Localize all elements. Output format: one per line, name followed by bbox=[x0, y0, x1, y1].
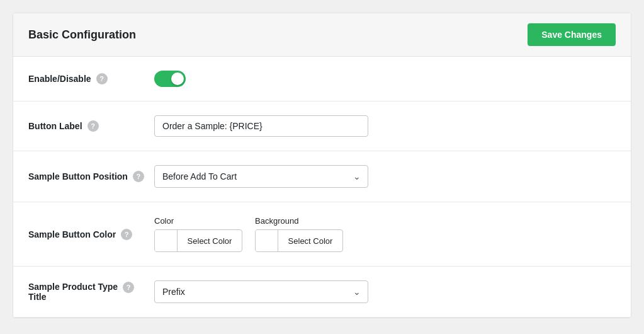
background-swatch bbox=[256, 230, 278, 251]
toggle-slider bbox=[154, 71, 186, 87]
enable-disable-label: Enable/Disable ? bbox=[28, 73, 154, 84]
settings-card: Basic Configuration Save Changes Enable/… bbox=[13, 13, 631, 318]
sample-product-type-title-label: Sample Product Type Title ? bbox=[28, 282, 154, 302]
color-group: Color Select Color Background Select Col… bbox=[154, 216, 343, 252]
sample-product-type-select-wrapper: Prefix Suffix ⌄ bbox=[154, 280, 368, 303]
sample-button-color-label: Sample Button Color ? bbox=[28, 229, 154, 240]
enable-disable-toggle-wrapper bbox=[154, 71, 186, 87]
enable-disable-toggle[interactable] bbox=[154, 71, 186, 87]
sample-button-color-row: Sample Button Color ? Color Select Color… bbox=[13, 202, 631, 267]
color-swatch bbox=[155, 230, 178, 251]
card-header: Basic Configuration Save Changes bbox=[13, 13, 631, 57]
page-title: Basic Configuration bbox=[28, 28, 136, 42]
button-label-label: Button Label ? bbox=[28, 120, 154, 132]
button-label-input[interactable] bbox=[154, 115, 368, 137]
button-label-help-icon[interactable]: ? bbox=[88, 120, 99, 132]
select-bg-label: Select Color bbox=[278, 236, 342, 246]
color-item-background: Background Select Color bbox=[255, 216, 343, 252]
enable-disable-help-icon[interactable]: ? bbox=[96, 73, 108, 84]
sample-button-position-label: Sample Button Position ? bbox=[28, 171, 154, 182]
background-label: Background bbox=[255, 216, 343, 226]
button-label-control bbox=[154, 115, 368, 137]
save-button[interactable]: Save Changes bbox=[528, 23, 616, 46]
sample-button-position-help-icon[interactable]: ? bbox=[133, 171, 144, 182]
sample-product-type-title-row: Sample Product Type Title ? Prefix Suffi… bbox=[13, 267, 631, 318]
select-color-label: Select Color bbox=[178, 236, 242, 246]
sample-product-type-select[interactable]: Prefix Suffix bbox=[154, 280, 368, 303]
color-picker-button[interactable]: Select Color bbox=[154, 229, 242, 252]
sample-button-position-select[interactable]: Before Add To Cart After Add To Cart bbox=[154, 165, 368, 188]
color-label: Color bbox=[154, 216, 242, 226]
sample-product-type-help-icon[interactable]: ? bbox=[123, 282, 134, 293]
sample-button-position-row: Sample Button Position ? Before Add To C… bbox=[13, 151, 631, 202]
color-item-color: Color Select Color bbox=[154, 216, 242, 252]
card-body: Enable/Disable ? Button Label ? bbox=[13, 57, 631, 318]
enable-disable-row: Enable/Disable ? bbox=[13, 57, 631, 101]
button-label-row: Button Label ? bbox=[13, 101, 631, 151]
background-picker-button[interactable]: Select Color bbox=[255, 229, 343, 252]
sample-button-position-select-wrapper: Before Add To Cart After Add To Cart ⌄ bbox=[154, 165, 368, 188]
sample-button-color-help-icon[interactable]: ? bbox=[121, 229, 132, 240]
